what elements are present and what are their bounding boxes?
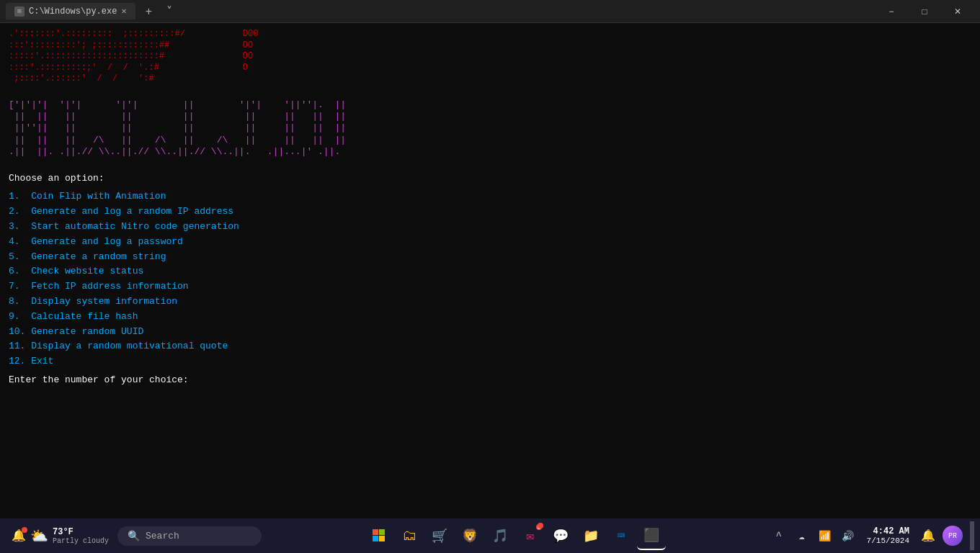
folder-icon: 🗂 xyxy=(402,527,416,544)
tray-icons: ^ ☁ 📶 🔊 xyxy=(769,526,858,546)
menu-item-11: 11. Display a random motivational quote xyxy=(9,339,971,354)
menu-item-2: 2. Generate and log a random IP address xyxy=(9,204,971,220)
svg-rect-1 xyxy=(379,529,385,535)
mail-button[interactable]: ✉ 9 xyxy=(516,521,545,550)
search-bar[interactable]: 🔍 Search xyxy=(117,526,262,546)
discord-button[interactable]: 💬 xyxy=(546,521,575,550)
windows-logo-icon xyxy=(373,529,386,542)
taskbar: 🔔 ⛅ 73°F Partly cloudy 🔍 Search 🗂 xyxy=(0,518,980,553)
terminal-icon: ⬛ xyxy=(643,527,659,543)
terminal-window[interactable]: .':::::::'.::::::::: ;:::::::::#/ :::'::… xyxy=(0,23,980,518)
svg-rect-0 xyxy=(373,529,378,535)
menu-item-7: 7. Fetch IP address information xyxy=(9,279,971,295)
menu-item-8: 8. Display system information xyxy=(9,295,971,310)
user-avatar[interactable]: PR xyxy=(943,526,963,546)
menu-item-4: 4. Generate and log a password xyxy=(9,235,971,250)
tray-chevron[interactable]: ^ xyxy=(769,526,789,546)
ascii-art-title: ['|'|'| '|'| '|'| || '|'| '||''|. || || … xyxy=(9,99,971,158)
tray-wifi[interactable]: 📶 xyxy=(815,526,835,546)
ascii-pink-art: ['|'|'| '|'| '|'| || '|'| '||''|. || || … xyxy=(9,99,971,158)
menu-list: 1. Coin Flip with Animation 2. Generate … xyxy=(9,189,971,369)
start-button[interactable] xyxy=(365,521,393,550)
spotify-icon: 🎵 xyxy=(492,528,508,544)
files-icon: 📁 xyxy=(583,528,599,544)
brave-button[interactable]: 🦁 xyxy=(455,521,484,550)
brave-icon: 🦁 xyxy=(462,528,478,544)
discord-icon: 💬 xyxy=(553,528,569,544)
vscode-button[interactable]: ⌨ xyxy=(607,521,636,550)
spotify-button[interactable]: 🎵 xyxy=(486,521,514,550)
maximize-button[interactable]: □ xyxy=(908,0,941,23)
tab-label: C:\Windows\py.exe xyxy=(29,6,117,17)
file-explorer-button[interactable]: 🗂 xyxy=(395,521,424,550)
clock-widget[interactable]: 4:42 AM 7/15/2024 xyxy=(863,523,914,548)
show-desktop-button[interactable] xyxy=(970,521,974,550)
clock-time: 4:42 AM xyxy=(873,526,909,536)
search-label: Search xyxy=(146,531,179,541)
terminal-button[interactable]: ⬛ xyxy=(637,521,666,550)
tray-cloud[interactable]: ☁ xyxy=(792,526,812,546)
title-bar-left: ⊞ C:\Windows\py.exe ✕ + ˅ xyxy=(6,3,177,19)
tab-close-icon[interactable]: ✕ xyxy=(121,6,126,17)
tab-nav-button[interactable]: ˅ xyxy=(162,3,177,19)
input-prompt: Enter the number of your choice: xyxy=(9,374,971,387)
menu-item-6: 6. Check website status xyxy=(9,264,971,279)
weather-widget[interactable]: 🔔 ⛅ 73°F Partly cloudy xyxy=(6,524,115,548)
weather-temp: 73°F xyxy=(53,527,109,537)
mail-icon: ✉ xyxy=(526,528,534,544)
menu-item-9: 9. Calculate file hash xyxy=(9,310,971,325)
taskbar-app-icons: 🗂 🛒 🦁 🎵 ✉ 9 💬 📁 ⌨ xyxy=(264,521,766,550)
tray-volume[interactable]: 🔊 xyxy=(838,526,858,546)
avatar-initials: PR xyxy=(948,532,957,540)
window-controls: − □ ✕ xyxy=(875,0,974,23)
ascii-art-right: D00 OO OO O xyxy=(243,29,259,85)
menu-item-12: 12. Exit xyxy=(9,354,971,369)
menu-title: Choose an option: xyxy=(9,172,971,185)
notification-button[interactable]: 🔔 xyxy=(918,526,938,546)
menu-item-10: 10. Generate random UUID xyxy=(9,325,971,340)
weather-icon: ⛅ xyxy=(30,527,48,545)
ascii-art-header: .':::::::'.::::::::: ;:::::::::#/ :::'::… xyxy=(9,29,971,85)
weather-description: Partly cloudy xyxy=(53,537,109,545)
weather-text: 73°F Partly cloudy xyxy=(53,527,109,545)
close-button[interactable]: ✕ xyxy=(941,0,974,23)
notification-badge: 🔔 xyxy=(12,529,26,543)
vscode-icon: ⌨ xyxy=(617,528,625,544)
title-bar: ⊞ C:\Windows\py.exe ✕ + ˅ − □ ✕ xyxy=(0,0,980,23)
menu-item-1: 1. Coin Flip with Animation xyxy=(9,189,971,204)
search-icon: 🔍 xyxy=(128,530,140,542)
notification-dot xyxy=(22,527,27,533)
svg-rect-3 xyxy=(379,536,385,541)
clock-date: 7/15/2024 xyxy=(867,536,909,545)
new-tab-button[interactable]: + xyxy=(141,4,156,19)
store-icon: 🛒 xyxy=(432,528,447,544)
store-button[interactable]: 🛒 xyxy=(425,521,454,550)
terminal-tab-icon: ⊞ xyxy=(14,6,24,17)
ascii-art-left: .':::::::'.::::::::: ;:::::::::#/ :::'::… xyxy=(9,29,185,85)
minimize-button[interactable]: − xyxy=(875,0,908,23)
svg-rect-2 xyxy=(373,536,378,541)
menu-item-5: 5. Generate a random string xyxy=(9,250,971,265)
files-button[interactable]: 📁 xyxy=(576,521,605,550)
menu-item-3: 3. Start automatic Nitro code generation xyxy=(9,220,971,235)
terminal-tab[interactable]: ⊞ C:\Windows\py.exe ✕ xyxy=(6,3,135,19)
system-tray: ^ ☁ 📶 🔊 4:42 AM 7/15/2024 🔔 PR xyxy=(769,521,974,550)
